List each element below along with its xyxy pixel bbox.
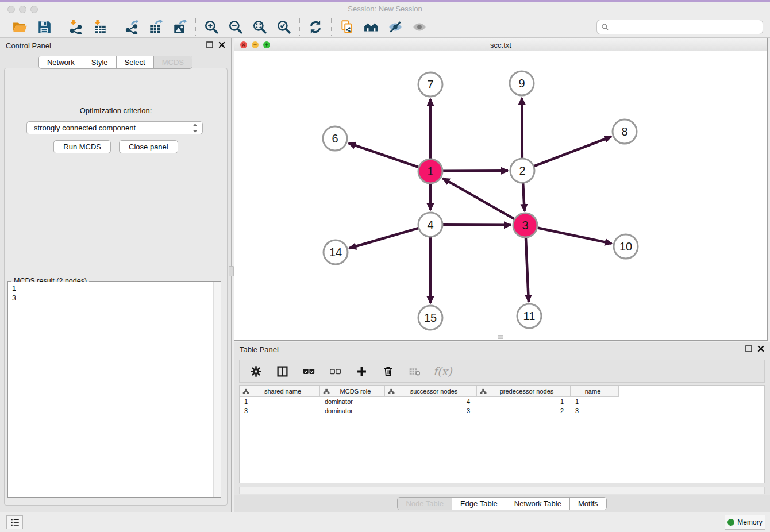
list-icon	[10, 517, 20, 527]
run-mcds-button[interactable]: Run MCDS	[53, 140, 111, 153]
table-settings-button[interactable]	[248, 364, 263, 379]
column-header-shared-name[interactable]: shared name	[240, 386, 320, 397]
column-header-predecessor-nodes[interactable]: predecessor nodes	[477, 386, 571, 397]
cell-MCDS-role[interactable]: dominator	[320, 406, 385, 415]
graph-node-9[interactable]: 9	[510, 71, 534, 95]
cell-shared-name[interactable]: 3	[240, 406, 320, 415]
node-label: 14	[329, 246, 342, 259]
graph-node-6[interactable]: 6	[323, 126, 347, 151]
graph-node-11[interactable]: 11	[517, 304, 541, 328]
close-panel-button[interactable]: Close panel	[119, 140, 178, 153]
panel-splitter-grip[interactable]	[229, 266, 234, 276]
cell-predecessor-nodes[interactable]: 1	[477, 397, 571, 406]
node-table[interactable]: shared nameMCDS rolesuccessor nodesprede…	[239, 385, 765, 483]
cell-successor-nodes[interactable]: 4	[385, 397, 477, 406]
network-canvas[interactable]: 7968124314101511	[234, 51, 767, 340]
edge-2-8[interactable]	[534, 137, 611, 166]
edge-1-6[interactable]	[349, 143, 419, 167]
graph-node-15[interactable]: 15	[418, 306, 442, 330]
edge-4-14[interactable]	[349, 228, 418, 248]
graph-node-4[interactable]: 4	[418, 213, 442, 237]
column-header-name[interactable]: name	[571, 386, 619, 397]
network-window-titlebar[interactable]: scc.txt	[234, 38, 767, 51]
node-table-header-row: shared nameMCDS rolesuccessor nodesprede…	[240, 386, 764, 397]
export-image-button[interactable]	[170, 18, 190, 36]
export-table-button[interactable]	[146, 18, 165, 36]
graph-node-3[interactable]: 3	[513, 213, 537, 237]
table-horizontal-scrollbar[interactable]	[239, 487, 765, 494]
tab-network[interactable]: Network	[39, 56, 83, 68]
edge-3-1[interactable]	[443, 178, 514, 219]
delete-table-button[interactable]	[407, 364, 422, 379]
refresh-view-button[interactable]	[306, 18, 325, 36]
tab-edge-table[interactable]: Edge Table	[452, 498, 506, 510]
edge-4-3[interactable]	[443, 225, 511, 225]
edge-1-2[interactable]	[443, 171, 508, 171]
show-all-button[interactable]	[410, 18, 429, 36]
select-all-columns-button[interactable]	[301, 364, 316, 379]
column-type-icon	[480, 388, 487, 395]
network-graph[interactable]: 7968124314101511	[234, 51, 767, 340]
edge-2-3[interactable]	[523, 183, 525, 211]
zoom-out-button[interactable]	[226, 18, 245, 36]
open-session-button[interactable]	[10, 18, 30, 36]
float-table-panel-icon[interactable]	[745, 345, 752, 352]
clone-network-button[interactable]	[337, 18, 357, 36]
split-columns-button[interactable]	[275, 364, 290, 379]
hide-selected-button[interactable]	[386, 18, 405, 36]
task-history-button[interactable]	[6, 515, 23, 529]
dropdown-stepper-icon	[192, 124, 198, 134]
edge-3-10[interactable]	[538, 228, 612, 244]
graph-node-1[interactable]: 1	[418, 159, 442, 183]
import-table-button[interactable]	[90, 18, 110, 36]
add-column-button[interactable]	[354, 364, 369, 379]
edge-3-11[interactable]	[526, 238, 529, 302]
tab-motifs[interactable]: Motifs	[570, 498, 606, 510]
column-header-successor-nodes[interactable]: successor nodes	[385, 386, 477, 397]
function-builder-button[interactable]: f(x)	[433, 365, 452, 377]
result-scrollbar[interactable]	[213, 282, 221, 497]
node-label: 9	[518, 77, 525, 90]
zoom-in-button[interactable]	[202, 18, 221, 36]
criterion-dropdown[interactable]: strongly connected component	[26, 121, 203, 134]
graph-node-2[interactable]: 2	[510, 159, 534, 183]
graph-node-7[interactable]: 7	[418, 72, 442, 97]
cell-successor-nodes[interactable]: 3	[385, 406, 477, 415]
export-network-button[interactable]	[122, 18, 141, 36]
search-field[interactable]	[596, 20, 763, 34]
import-network-button[interactable]	[66, 18, 86, 36]
home-layout-button[interactable]	[361, 18, 381, 36]
cell-shared-name[interactable]: 1	[240, 397, 320, 406]
deselect-all-columns-button[interactable]	[328, 364, 342, 379]
graph-node-10[interactable]: 10	[614, 234, 638, 259]
float-panel-icon[interactable]	[206, 41, 213, 48]
search-input[interactable]	[609, 23, 763, 32]
tab-network-table[interactable]: Network Table	[506, 498, 570, 510]
tab-style[interactable]: Style	[83, 56, 117, 68]
graph-node-14[interactable]: 14	[324, 240, 348, 264]
column-header-MCDS-role[interactable]: MCDS role	[320, 386, 385, 397]
cell-name[interactable]: 3	[571, 406, 619, 415]
close-panel-icon[interactable]	[218, 41, 225, 48]
table-row[interactable]: 3dominator323	[240, 406, 764, 415]
column-type-icon	[388, 388, 395, 395]
close-table-panel-icon[interactable]	[757, 345, 764, 352]
graph-node-8[interactable]: 8	[613, 119, 637, 144]
tab-select[interactable]: Select	[117, 56, 154, 68]
mcds-result-text[interactable]: 1 3	[9, 282, 213, 496]
cell-name[interactable]: 1	[571, 397, 619, 406]
cell-MCDS-role[interactable]: dominator	[320, 397, 385, 406]
save-session-button[interactable]	[34, 18, 54, 36]
table-row[interactable]: 1dominator411	[240, 397, 764, 406]
cell-predecessor-nodes[interactable]: 2	[477, 406, 571, 415]
network-resize-grip[interactable]	[498, 335, 503, 339]
delete-column-button[interactable]	[380, 364, 395, 379]
zoom-fit-button[interactable]	[250, 18, 270, 36]
memory-button[interactable]: Memory	[725, 515, 765, 530]
table-panel-header: Table Panel	[234, 342, 770, 357]
tab-node-table[interactable]: Node Table	[398, 498, 452, 510]
table-toolbar: f(x)	[239, 360, 765, 383]
edge-2-9[interactable]	[522, 98, 522, 158]
tab-mcds[interactable]: MCDS	[154, 56, 192, 68]
zoom-selected-button[interactable]	[274, 18, 294, 36]
